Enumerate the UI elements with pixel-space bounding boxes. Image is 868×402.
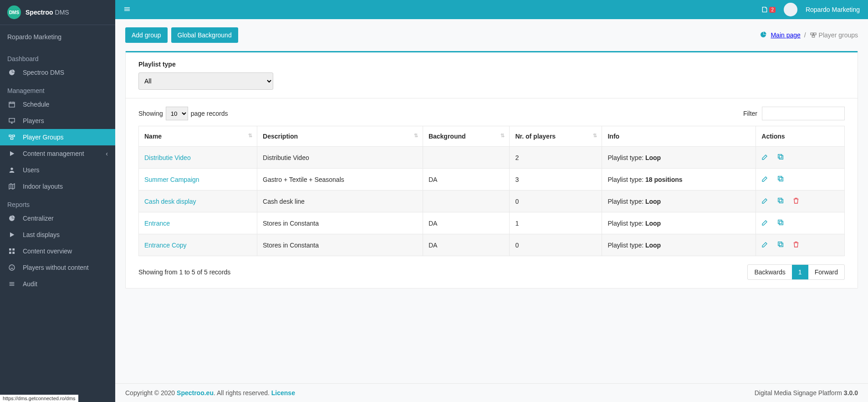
column-header: Actions [756, 126, 845, 147]
topbar-username[interactable]: Ropardo Marketing [806, 6, 860, 13]
map-icon [7, 183, 16, 190]
group-name-link[interactable]: Summer Campaign [144, 176, 199, 183]
group-name-link[interactable]: Entrance [144, 220, 170, 227]
main-panel: Playlist type All Showing 10 page record… [125, 51, 858, 289]
sidebar-item-content-overview[interactable]: Content overview [0, 243, 115, 259]
svg-rect-7 [12, 248, 15, 251]
delete-icon[interactable] [792, 197, 800, 206]
column-header: Info [602, 126, 756, 147]
table-row: Entrance CopyStores in ConstantaDA0Playl… [139, 234, 845, 256]
page-size-select[interactable]: 10 [166, 107, 188, 120]
group-name-link[interactable]: Distributie Video [144, 154, 191, 161]
notification-button[interactable]: 2 [761, 6, 776, 13]
sidebar-item-indoor-layouts[interactable]: Indoor layouts [0, 178, 115, 195]
group-name-link[interactable]: Cash desk display [144, 198, 196, 205]
sidebar-item-users[interactable]: Users [0, 162, 115, 178]
add-group-button[interactable]: Add group [125, 27, 168, 43]
avatar[interactable] [784, 3, 797, 16]
grid-icon [7, 247, 16, 255]
cell-info: Playlist type: Loop [602, 234, 756, 256]
copy-icon[interactable] [777, 175, 784, 184]
column-header[interactable]: Nr. of players⇅ [510, 126, 602, 147]
footer-brand-link[interactable]: Spectroo.eu [177, 389, 214, 397]
brand-name-thin: DMS [53, 9, 69, 16]
list-icon [7, 280, 16, 288]
cell-background: DA [423, 234, 510, 256]
column-header[interactable]: Background⇅ [423, 126, 510, 147]
edit-icon[interactable] [761, 219, 769, 227]
sidebar-item-label: Spectroo DMS [23, 69, 64, 76]
footer-platform: Digital Media Signage Platform [755, 389, 844, 397]
svg-rect-9 [12, 252, 15, 254]
edit-icon[interactable] [761, 241, 769, 249]
copy-icon[interactable] [777, 241, 784, 249]
table-row: Summer CampaignGastro + Textile + Season… [139, 169, 845, 191]
sidebar-section: Management [0, 81, 115, 96]
cell-nr-players: 3 [510, 169, 602, 191]
hamburger-icon[interactable] [123, 5, 131, 14]
sidebar-item-centralizer[interactable]: Centralizer [0, 210, 115, 227]
sort-icon: ⇅ [593, 133, 597, 139]
sidebar-item-content-management[interactable]: Content management‹ [0, 145, 115, 162]
svg-rect-8 [9, 252, 11, 254]
dashboard-icon [760, 31, 767, 40]
cell-info: Playlist type: Loop [602, 212, 756, 234]
sidebar-item-audit[interactable]: Audit [0, 276, 115, 292]
playlist-type-label: Playlist type [138, 61, 845, 68]
pie-icon [7, 69, 16, 76]
pager-page-1[interactable]: 1 [792, 265, 808, 279]
table-row: EntranceStores in ConstantaDA1Playlist t… [139, 212, 845, 234]
footer-license-link[interactable]: License [271, 389, 295, 397]
sidebar-item-player-groups[interactable]: Player Groups [0, 129, 115, 145]
cell-description: Stores in Constanta [257, 234, 423, 256]
edit-icon[interactable] [761, 197, 769, 206]
footer-copyright: Copyright © 2020 [125, 389, 177, 397]
table-row: Distributie VideoDistributie Video2Playl… [139, 147, 845, 169]
svg-rect-0 [9, 102, 15, 107]
org-name[interactable]: Ropardo Marketing [0, 25, 115, 49]
svg-point-11 [10, 267, 11, 267]
svg-rect-24 [780, 243, 783, 247]
sidebar: DMS Spectroo DMS Ropardo Marketing Dashb… [0, 0, 115, 402]
breadcrumb-main[interactable]: Main page [771, 31, 800, 39]
cell-description: Cash desk line [257, 191, 423, 212]
sidebar-item-schedule[interactable]: Schedule [0, 96, 115, 113]
sidebar-item-label: Indoor layouts [23, 183, 63, 190]
global-background-button[interactable]: Global Background [171, 27, 238, 43]
cell-nr-players: 0 [510, 234, 602, 256]
pager-forward[interactable]: Forward [808, 265, 844, 279]
breadcrumb: Main page / Player groups [760, 31, 858, 40]
delete-icon[interactable] [792, 241, 800, 249]
brand-header[interactable]: DMS Spectroo DMS [0, 0, 115, 25]
sidebar-item-spectroo-dms[interactable]: Spectroo DMS [0, 64, 115, 81]
group-name-link[interactable]: Entrance Copy [144, 242, 187, 249]
footer: Copyright © 2020 Spectroo.eu. All rights… [115, 383, 868, 402]
groups-icon [7, 134, 16, 141]
copy-icon[interactable] [777, 153, 784, 162]
cell-description: Stores in Constanta [257, 212, 423, 234]
sad-icon [7, 264, 16, 271]
column-header[interactable]: Name⇅ [139, 126, 257, 147]
play-icon [7, 150, 16, 157]
showing-label: Showing [138, 110, 163, 117]
sidebar-item-players[interactable]: Players [0, 113, 115, 129]
sidebar-item-label: Player Groups [23, 134, 63, 141]
svg-rect-2 [9, 135, 11, 136]
notification-badge: 2 [769, 7, 776, 13]
edit-icon[interactable] [761, 175, 769, 184]
edit-icon[interactable] [761, 153, 769, 162]
sidebar-section: Reports [0, 195, 115, 210]
svg-rect-16 [780, 155, 783, 159]
filter-input[interactable] [762, 107, 845, 120]
sidebar-item-players-no-content[interactable]: Players without content [0, 259, 115, 276]
book-icon [761, 6, 768, 13]
column-header[interactable]: Description⇅ [257, 126, 423, 147]
sidebar-item-last-displays[interactable]: Last displays [0, 227, 115, 243]
svg-rect-3 [12, 135, 15, 136]
cell-background [423, 191, 510, 212]
copy-icon[interactable] [777, 219, 784, 227]
copy-icon[interactable] [777, 197, 784, 206]
pager-backwards[interactable]: Backwards [748, 265, 791, 279]
playlist-type-select[interactable]: All [138, 72, 273, 90]
sort-icon: ⇅ [248, 133, 252, 139]
